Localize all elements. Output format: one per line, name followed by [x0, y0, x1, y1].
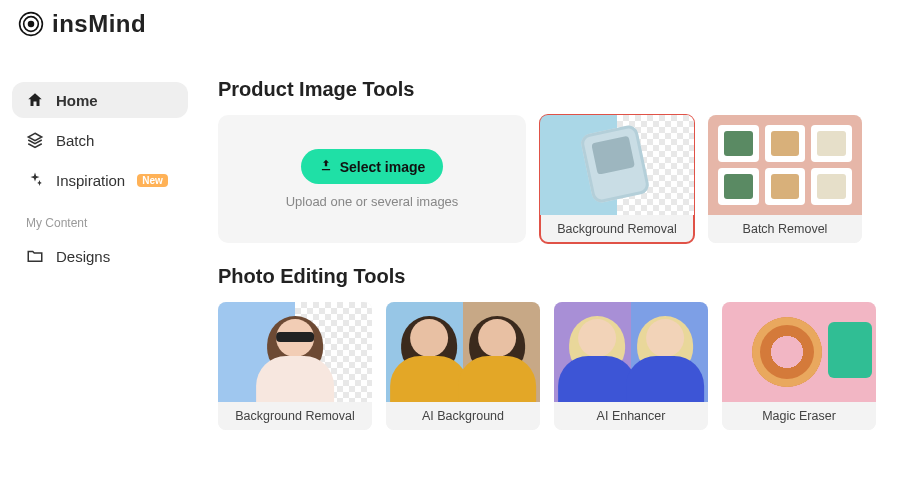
tool-card-magic-eraser[interactable]: Magic Eraser — [722, 302, 876, 430]
tool-thumb — [386, 302, 540, 402]
layers-icon — [26, 131, 44, 149]
tool-thumb — [708, 115, 862, 215]
sidebar-item-inspiration[interactable]: Inspiration New — [12, 162, 188, 198]
sidebar-item-batch[interactable]: Batch — [12, 122, 188, 158]
tool-label: Batch Removel — [708, 215, 862, 243]
tool-card-background-removal[interactable]: Background Removal — [540, 115, 694, 243]
tool-label: Background Removal — [540, 215, 694, 243]
tool-thumb — [540, 115, 694, 215]
tool-label: Background Removal — [218, 402, 372, 430]
sidebar-item-home[interactable]: Home — [12, 82, 188, 118]
tool-card-batch-remove[interactable]: Batch Removel — [708, 115, 862, 243]
upload-hint: Upload one or several images — [286, 194, 459, 209]
select-image-label: Select image — [340, 159, 426, 175]
upload-card[interactable]: Select image Upload one or several image… — [218, 115, 526, 243]
brand-name: insMind — [52, 10, 146, 38]
sidebar-item-label: Inspiration — [56, 172, 125, 189]
logo-icon — [18, 11, 44, 37]
tool-label: AI Enhancer — [554, 402, 708, 430]
folder-icon — [26, 247, 44, 265]
sidebar-section-label: My Content — [12, 202, 188, 238]
tool-card-ai-enhancer[interactable]: AI Enhancer — [554, 302, 708, 430]
home-icon — [26, 91, 44, 109]
tool-label: Magic Eraser — [722, 402, 876, 430]
section-title-product-tools: Product Image Tools — [218, 78, 876, 101]
sparkle-icon — [26, 171, 44, 189]
main-content: Product Image Tools Select image Upload … — [200, 44, 900, 500]
upload-icon — [319, 158, 333, 175]
sidebar-item-label: Home — [56, 92, 98, 109]
badge-new: New — [137, 174, 168, 187]
sidebar: Home Batch Inspiration New My Content — [0, 44, 200, 500]
tool-card-photo-background-removal[interactable]: Background Removal — [218, 302, 372, 430]
sidebar-item-label: Designs — [56, 248, 110, 265]
tool-card-ai-background[interactable]: AI Background — [386, 302, 540, 430]
svg-point-2 — [28, 21, 35, 28]
tool-thumb — [554, 302, 708, 402]
select-image-button[interactable]: Select image — [301, 149, 444, 184]
header: insMind — [0, 0, 900, 44]
tool-thumb — [218, 302, 372, 402]
tool-label: AI Background — [386, 402, 540, 430]
sidebar-item-designs[interactable]: Designs — [12, 238, 188, 274]
section-title-photo-tools: Photo Editing Tools — [218, 265, 876, 288]
sidebar-item-label: Batch — [56, 132, 94, 149]
tool-thumb — [722, 302, 876, 402]
